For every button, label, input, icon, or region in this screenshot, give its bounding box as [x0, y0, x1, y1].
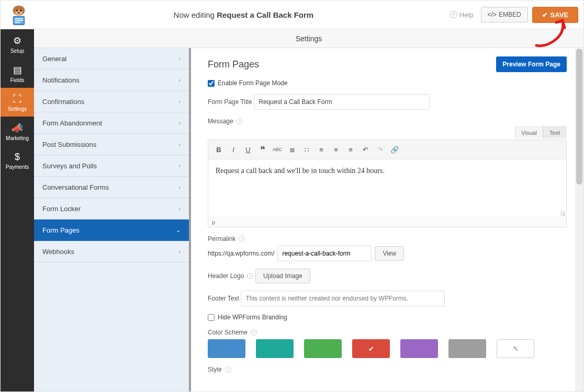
bullet-list-icon[interactable]: ≣ — [285, 143, 299, 156]
bullhorn-icon: 📣 — [1, 122, 34, 134]
eyedropper-icon: ✎ — [513, 345, 519, 353]
chevron-right-icon: › — [178, 205, 181, 212]
dollar-icon: $ — [1, 152, 34, 163]
sidemenu-item-notifications[interactable]: Notifications› — [34, 70, 189, 91]
sidemenu-item-form-pages[interactable]: Form Pages⌄ — [34, 220, 189, 241]
nav-setup-label: Setup — [10, 48, 24, 54]
nav-payments-label: Payments — [6, 164, 29, 170]
nav-payments[interactable]: $ Payments — [1, 146, 34, 175]
check-icon: ✔ — [542, 11, 548, 19]
footer-text-input[interactable] — [241, 291, 445, 306]
sidemenu-item-form-abandonment[interactable]: Form Abandonment› — [34, 112, 189, 134]
italic-icon[interactable]: I — [227, 143, 240, 156]
hint-icon[interactable]: ? — [247, 273, 253, 279]
save-button[interactable]: ✔ SAVE — [532, 7, 578, 23]
editor-status: p — [208, 217, 566, 227]
hint-icon[interactable]: ? — [251, 329, 257, 336]
sidemenu-label: Surveys and Polls — [42, 162, 97, 170]
nav-marketing[interactable]: 📣 Marketing — [1, 117, 34, 146]
preview-form-page-button[interactable]: Preview Form Page — [496, 56, 567, 72]
sidemenu-label: Confirmations — [42, 98, 84, 106]
permalink-slug-input[interactable] — [277, 246, 372, 261]
bold-icon[interactable]: B — [212, 143, 226, 156]
section-header: Settings — [34, 29, 583, 48]
permalink-label: Permalink ? — [208, 235, 245, 243]
color-scheme-label-text: Color Scheme — [208, 329, 248, 336]
redo-icon[interactable]: ↷ — [373, 143, 387, 156]
editor-body[interactable]: Request a call back and we'll be in touc… — [208, 159, 566, 217]
color-swatch-grey[interactable] — [448, 339, 486, 358]
align-right-icon[interactable]: ≡ — [344, 143, 357, 156]
hide-branding-label: Hide WPForms Branding — [218, 314, 287, 321]
underline-icon[interactable]: U — [241, 143, 255, 156]
nav-fields-label: Fields — [10, 77, 25, 83]
enable-form-page-mode[interactable]: Enable Form Page Mode — [208, 79, 567, 87]
chevron-down-icon: ⌄ — [176, 227, 181, 234]
color-swatch-teal[interactable] — [256, 339, 294, 358]
help-icon: ? — [450, 11, 457, 18]
editor-tab-text[interactable]: Text — [543, 126, 566, 139]
resize-handle[interactable] — [560, 211, 565, 216]
upload-image-button[interactable]: Upload Image — [255, 269, 310, 283]
sidemenu-item-post-submissions[interactable]: Post Submissions› — [34, 134, 189, 155]
color-swatch-purple[interactable] — [400, 339, 438, 358]
hint-icon[interactable]: ? — [237, 118, 243, 124]
align-center-icon[interactable]: ≡ — [329, 143, 343, 156]
color-scheme-label: Color Scheme ? — [208, 329, 257, 336]
header-logo-label-text: Header Logo — [208, 272, 244, 280]
align-left-icon[interactable]: ≡ — [315, 143, 328, 156]
color-swatch-blue[interactable] — [208, 339, 245, 358]
hint-icon[interactable]: ? — [225, 366, 231, 373]
nav-setup[interactable]: ⚙ Setup — [1, 29, 34, 59]
numbered-list-icon[interactable]: ∷ — [300, 143, 313, 156]
sidemenu-item-surveys-polls[interactable]: Surveys and Polls› — [34, 155, 189, 177]
enable-checkbox[interactable] — [208, 80, 215, 87]
color-swatch-red[interactable]: ✔ — [352, 339, 390, 358]
enable-label: Enable Form Page Mode — [218, 79, 287, 87]
editor-tab-visual[interactable]: Visual — [515, 126, 543, 139]
hint-icon[interactable]: ? — [239, 236, 245, 242]
svg-point-5 — [20, 9, 22, 11]
color-scheme-row: ✔ ✎ — [208, 339, 567, 358]
footer-text-label: Footer Text — [208, 295, 239, 302]
style-label: Style ? — [208, 366, 231, 373]
chevron-right-icon: › — [178, 120, 181, 126]
nav-fields[interactable]: ▤ Fields — [1, 59, 34, 88]
message-label: Message ? — [208, 118, 243, 125]
sidemenu-item-conversational-forms[interactable]: Conversational Forms› — [34, 177, 189, 198]
form-page-title-input[interactable] — [254, 94, 430, 110]
chevron-right-icon: › — [178, 163, 181, 169]
sidemenu-item-webhooks[interactable]: Webhooks› — [34, 241, 189, 262]
sidemenu-label: Form Locker — [42, 205, 81, 213]
chevron-right-icon: › — [178, 248, 181, 255]
hide-branding[interactable]: Hide WPForms Branding — [208, 314, 567, 321]
view-button[interactable]: View — [375, 246, 404, 261]
save-label: SAVE — [551, 11, 568, 19]
editor-text: Request a call back and we'll be in touc… — [216, 167, 385, 175]
color-swatch-green[interactable] — [304, 339, 342, 358]
sidemenu-item-confirmations[interactable]: Confirmations› — [34, 91, 189, 112]
svg-rect-8 — [15, 18, 23, 19]
svg-rect-9 — [15, 20, 23, 21]
form-page-title-label: Form Page Title — [208, 98, 252, 106]
nav-marketing-label: Marketing — [6, 135, 29, 141]
style-label-text: Style — [208, 366, 222, 373]
embed-button[interactable]: </> EMBED — [481, 7, 528, 22]
blockquote-icon[interactable]: ❝ — [256, 143, 269, 156]
sidemenu-item-general[interactable]: General› — [34, 48, 189, 70]
nav-settings[interactable]: ⛶ Settings — [1, 88, 34, 117]
help-link[interactable]: ? Help — [450, 11, 474, 19]
editing-prefix: Now editing — [174, 10, 215, 19]
permalink-label-text: Permalink — [208, 235, 235, 243]
sidemenu-item-form-locker[interactable]: Form Locker› — [34, 198, 189, 220]
chevron-right-icon: › — [178, 184, 181, 190]
color-picker-button[interactable]: ✎ — [497, 339, 534, 358]
hide-branding-checkbox[interactable] — [208, 314, 215, 321]
link-icon[interactable]: 🔗 — [388, 143, 401, 156]
editing-form-name: Request a Call Back Form — [217, 10, 313, 19]
scrollbar-thumb[interactable] — [576, 49, 582, 185]
main-panel: Form Pages Preview Form Page Enable Form… — [191, 48, 583, 391]
strikethrough-icon[interactable]: ABC — [271, 143, 284, 156]
undo-icon[interactable]: ↶ — [358, 143, 372, 156]
check-icon: ✔ — [368, 345, 374, 353]
